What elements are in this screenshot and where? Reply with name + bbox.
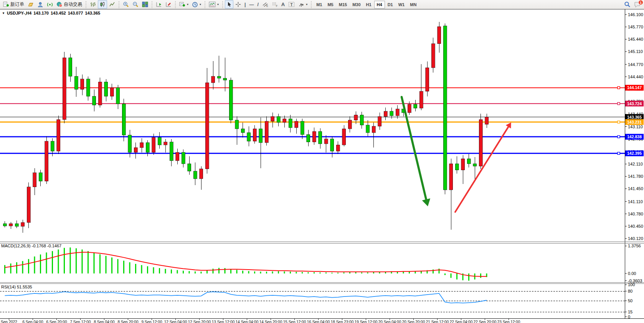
- candle-down: [122, 104, 125, 135]
- svg-text:142.395: 142.395: [627, 151, 642, 156]
- cursor-icon: [226, 2, 232, 7]
- line-chart-icon: [109, 2, 115, 7]
- candle-up: [205, 83, 209, 169]
- macd-bar: [367, 272, 368, 273]
- candle-up: [164, 142, 167, 145]
- svg-text:142.838: 142.838: [627, 134, 642, 139]
- chart-area: 146.100145.770145.440145.110144.770144.4…: [0, 9, 644, 323]
- candle-up: [200, 169, 203, 179]
- svg-text:144.440: 144.440: [628, 75, 643, 79]
- timeframe-w1[interactable]: W1: [396, 1, 408, 8]
- svg-text:144.147: 144.147: [627, 85, 642, 90]
- macd-bar: [337, 273, 339, 273]
- time-label: 8 Sep 04:00: [94, 320, 115, 323]
- macd-bar: [70, 247, 71, 273]
- auto-trading-button[interactable]: 自动交易: [55, 0, 84, 8]
- candle-down: [158, 137, 161, 145]
- signals-button[interactable]: [45, 0, 54, 8]
- dropdown-caret: ▾: [200, 3, 201, 6]
- equidistant-channel-icon: E: [262, 2, 268, 7]
- candlestick-button[interactable]: [98, 0, 107, 8]
- timeframe-mn[interactable]: MN: [407, 1, 419, 8]
- macd-bar: [403, 272, 404, 273]
- auto-shift-button[interactable]: [164, 0, 173, 8]
- crosshair-button[interactable]: [234, 0, 243, 8]
- bar-chart-button[interactable]: [88, 0, 97, 8]
- chat-notification-badge: 1: [638, 0, 643, 5]
- text-tool-button[interactable]: A: [280, 0, 286, 8]
- macd-bar: [379, 272, 380, 273]
- svg-text:140.450: 140.450: [628, 224, 643, 229]
- auto-trading-icon: [56, 2, 63, 7]
- candlestick-icon: [99, 2, 106, 7]
- cursor-button[interactable]: [225, 0, 233, 8]
- macd-bar: [206, 270, 208, 273]
- macd-bar: [34, 257, 35, 273]
- macd-bar: [355, 272, 357, 273]
- timeframe-m15[interactable]: M15: [336, 1, 350, 8]
- equidistant-channel-button[interactable]: E: [261, 0, 270, 8]
- shapes-button[interactable]: ▾: [297, 0, 309, 8]
- timeframe-m5[interactable]: M5: [325, 1, 336, 8]
- timeframe-d1[interactable]: D1: [385, 1, 396, 8]
- trendline-button[interactable]: /: [256, 0, 260, 8]
- svg-text:144.770: 144.770: [628, 62, 643, 67]
- candle-down: [223, 78, 227, 80]
- profiles-button[interactable]: [26, 0, 35, 8]
- candle-down: [360, 115, 363, 125]
- toolbar-grip: [175, 1, 176, 8]
- horizontal-line-button[interactable]: —: [248, 0, 255, 8]
- new-chart-button[interactable]: ▾: [178, 0, 190, 8]
- chart-canvas[interactable]: 146.100145.770145.440145.110144.770144.4…: [0, 9, 644, 323]
- periods-button[interactable]: ▾: [190, 0, 203, 8]
- ohlc-low: 143.077: [68, 11, 83, 15]
- macd-bar: [218, 268, 220, 273]
- periods-icon: [192, 2, 198, 8]
- candle-up: [384, 111, 387, 117]
- macd-bar: [171, 270, 172, 273]
- text-label-icon: T: [288, 2, 295, 7]
- timeframe-m30[interactable]: M30: [350, 1, 363, 8]
- macd-bar: [444, 273, 446, 275]
- timeframe-h4[interactable]: H4: [374, 1, 385, 8]
- time-label: 13 Sep 12:00: [212, 320, 235, 323]
- macd-bar: [141, 265, 142, 273]
- macd-bar: [88, 251, 89, 273]
- templates-button[interactable]: ▾: [207, 0, 220, 8]
- macd-bar: [147, 266, 148, 273]
- auto-trading-label: 自动交易: [64, 1, 82, 8]
- price-badge: 142.395: [625, 151, 644, 156]
- zoom-in-button[interactable]: [121, 0, 130, 8]
- tile-windows-button[interactable]: [140, 0, 150, 8]
- chat-button[interactable]: 1: [632, 0, 642, 8]
- community-button[interactable]: [36, 0, 45, 8]
- new-order-button[interactable]: 新订单: [2, 0, 26, 8]
- collapse-icon[interactable]: ▼: [2, 12, 5, 15]
- candle-up: [140, 142, 144, 147]
- svg-text:145.440: 145.440: [628, 37, 643, 41]
- candle-up: [449, 164, 453, 190]
- timeframe-m1[interactable]: M1: [314, 1, 325, 8]
- ohlc-high: 143.452: [51, 11, 66, 15]
- time-label: 7 Sep 12:00: [70, 320, 91, 323]
- fibonacci-button[interactable]: F: [270, 0, 279, 8]
- svg-text:80: 80: [628, 289, 632, 293]
- time-label: 21 Sep 12:00: [426, 320, 449, 323]
- timeframe-h1[interactable]: H1: [363, 1, 374, 8]
- line-chart-button[interactable]: [107, 0, 117, 8]
- vertical-line-button[interactable]: |: [243, 0, 247, 8]
- candle-up: [426, 68, 429, 91]
- svg-text:143.724: 143.724: [627, 101, 642, 106]
- candle-down: [74, 76, 78, 89]
- shift-end-icon: [156, 2, 162, 7]
- time-label: 16 Sep 04:00: [307, 320, 330, 323]
- candle-up: [438, 27, 441, 44]
- candle-down: [229, 80, 233, 120]
- zoom-out-button[interactable]: [131, 0, 140, 8]
- line-handle: [618, 103, 620, 105]
- price-badge: 143.365: [625, 114, 644, 120]
- shift-end-button[interactable]: [154, 0, 163, 8]
- text-label-button[interactable]: T: [287, 0, 296, 8]
- search-button[interactable]: [623, 0, 632, 8]
- zoom-in-icon: [123, 2, 129, 8]
